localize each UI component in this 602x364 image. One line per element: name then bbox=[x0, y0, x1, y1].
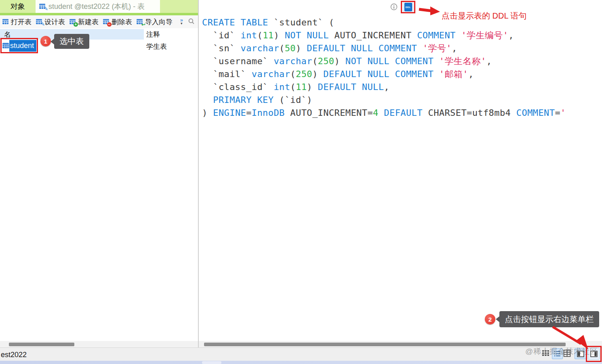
panel-divider[interactable] bbox=[198, 0, 199, 347]
status-connection-text: est2022 bbox=[1, 351, 27, 359]
red-arrow-to-pane-button bbox=[549, 324, 594, 353]
sql-code-line: ) ENGINE=InnoDB AUTO_INCREMENT=4 DEFAULT… bbox=[202, 107, 566, 119]
annotation-rect-selected-table bbox=[0, 38, 38, 53]
grid-view-button[interactable] bbox=[542, 349, 549, 357]
step-badge-1: 1 bbox=[40, 36, 51, 46]
app-window: 对象 ✎ student @test2022 (本机) - 表 打开表 ✎ 设计… bbox=[0, 0, 602, 364]
search-button[interactable] bbox=[188, 18, 195, 26]
tab-student-table[interactable]: ✎ student @test2022 (本机) - 表 bbox=[36, 0, 160, 13]
table-pencil-icon: ✎ bbox=[36, 18, 43, 25]
status-bar bbox=[0, 347, 602, 361]
taskbar-highlight bbox=[202, 361, 221, 364]
table-design-icon: ✎ bbox=[39, 3, 46, 10]
sql-code-line: `id` int(11) NOT NULL AUTO_INCREMENT COM… bbox=[202, 29, 566, 42]
sql-code-line: `sn` varchar(50) DEFAULT NULL COMMENT '学… bbox=[202, 42, 566, 55]
object-toolbar: 打开表 ✎ 设计表 + 新建表 − 删除表 ↩ bbox=[0, 15, 198, 28]
right-panel-hscrollbar[interactable] bbox=[199, 341, 602, 347]
table-row-comment: 学生表 bbox=[146, 42, 167, 51]
sql-code-line: CREATE TABLE `student` ( bbox=[202, 16, 566, 29]
import-wizard-button[interactable]: ↩ 导入向导 bbox=[136, 17, 173, 27]
new-table-button[interactable]: + 新建表 bbox=[69, 17, 99, 27]
chevron-down-icon: ▾ bbox=[181, 22, 183, 25]
design-table-button[interactable]: ✎ 设计表 bbox=[36, 17, 65, 27]
open-table-button[interactable]: 打开表 bbox=[2, 17, 32, 27]
info-button[interactable] bbox=[390, 3, 398, 12]
taskbar-strip bbox=[0, 361, 602, 364]
delete-table-label: 删除表 bbox=[112, 17, 132, 27]
tab-doc-label: student @test2022 (本机) - 表 bbox=[48, 2, 145, 11]
design-table-label: 设计表 bbox=[44, 17, 65, 27]
table-minus-icon: − bbox=[103, 18, 110, 25]
toolbar-overflow-button[interactable]: » ▾ bbox=[180, 18, 183, 25]
sql-code-line: PRIMARY KEY (`id`) bbox=[202, 94, 566, 107]
open-table-label: 打开表 bbox=[11, 17, 32, 27]
search-icon bbox=[188, 18, 195, 25]
minus-icon: − bbox=[107, 22, 112, 27]
table-plus-icon: + bbox=[69, 18, 76, 25]
pencil-icon: ✎ bbox=[41, 21, 45, 27]
table-icon bbox=[2, 18, 9, 25]
tooltip-select-table: 选中表 bbox=[54, 34, 89, 49]
tab-objects-label: 对象 bbox=[11, 2, 25, 11]
tooltip-select-table-text: 选中表 bbox=[60, 36, 84, 47]
step-badge-2: 2 bbox=[485, 314, 495, 324]
sql-code-line: `class_id` int(11) DEFAULT NULL, bbox=[202, 81, 566, 94]
import-wizard-label: 导入向导 bbox=[145, 17, 173, 27]
new-table-label: 新建表 bbox=[78, 17, 99, 27]
sql-editor[interactable]: CREATE TABLE `student` ( `id` int(11) NO… bbox=[202, 16, 566, 119]
tab-objects[interactable]: 对象 bbox=[0, 0, 36, 13]
annotation-rect-ddl-button bbox=[401, 1, 415, 13]
sql-code-line: `mail` varchar(250) DEFAULT NULL COMMENT… bbox=[202, 68, 566, 81]
right-scrollbar-thumb[interactable] bbox=[204, 343, 566, 346]
sql-code-line: `username` varchar(250) NOT NULL COMMENT… bbox=[202, 55, 566, 68]
pencil-icon: ✎ bbox=[44, 6, 48, 12]
info-icon bbox=[390, 3, 398, 10]
delete-table-button[interactable]: − 删除表 bbox=[103, 17, 132, 27]
grid-view-icon bbox=[542, 349, 549, 357]
table-import-icon: ↩ bbox=[136, 18, 143, 25]
column-header-comment[interactable]: 注释 bbox=[146, 30, 160, 39]
left-panel-hscrollbar[interactable] bbox=[0, 341, 198, 347]
red-arrow-to-ddl-note bbox=[418, 5, 441, 15]
import-arrow-icon: ↩ bbox=[141, 22, 145, 27]
plus-icon: + bbox=[74, 22, 78, 27]
left-scrollbar-thumb[interactable] bbox=[9, 343, 74, 346]
tooltip-show-right-menu-text: 点击按钮显示右边菜单栏 bbox=[505, 314, 594, 325]
